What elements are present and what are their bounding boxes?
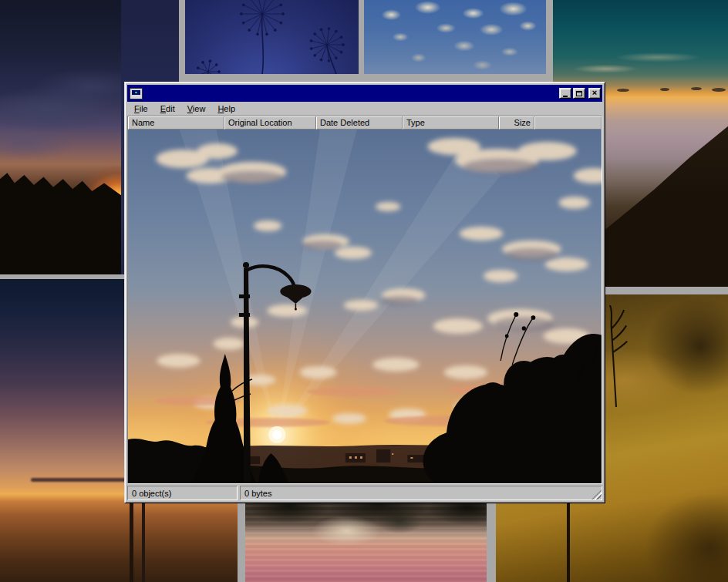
menu-file[interactable]: File — [128, 103, 154, 116]
treeline-silhouette — [0, 173, 121, 274]
column-header-blank[interactable] — [534, 116, 602, 130]
column-header-size[interactable]: Size — [499, 116, 534, 130]
column-header-date-deleted[interactable]: Date Deleted — [316, 116, 403, 130]
minimize-icon — [563, 96, 568, 97]
menu-view[interactable]: View — [181, 103, 212, 116]
wallpaper-photo-dried-umbel — [185, 0, 359, 74]
title-bar[interactable]: × — [127, 85, 602, 102]
close-button[interactable]: × — [588, 88, 601, 99]
windblown-tree-silhouette — [604, 305, 630, 407]
menu-help[interactable]: Help — [211, 103, 241, 116]
column-header-name[interactable]: Name — [128, 116, 224, 130]
island-silhouette — [660, 88, 669, 91]
column-header-original-location[interactable]: Original Location — [224, 116, 316, 130]
menu-bar: File Edit View Help — [127, 102, 602, 116]
maximize-button[interactable] — [573, 88, 585, 99]
app-icon[interactable] — [130, 88, 143, 99]
island-silhouette — [691, 87, 702, 90]
wallpaper-photo-speckled-clouds — [364, 0, 546, 74]
pole-silhouette — [567, 503, 570, 582]
app-icon-pixel — [135, 92, 137, 93]
close-icon: × — [592, 89, 597, 97]
file-list-view: Name Original Location Date Deleted Type… — [127, 116, 602, 484]
column-header-row: Name Original Location Date Deleted Type… — [128, 116, 602, 130]
island-silhouette — [617, 89, 629, 92]
status-bar: 0 object(s) 0 bytes — [127, 486, 602, 500]
umbel-plant-silhouette — [185, 0, 359, 74]
status-objects-text: 0 object(s) — [132, 489, 171, 498]
island-silhouette — [712, 88, 726, 92]
status-size-panel: 0 bytes — [240, 486, 602, 500]
wallpaper-photo-sunset-sunburst — [0, 0, 121, 274]
menu-edit[interactable]: Edit — [154, 103, 181, 116]
status-size-text: 0 bytes — [244, 489, 271, 498]
maximize-icon — [576, 91, 582, 96]
water-pole-silhouette — [130, 497, 133, 582]
minimize-button[interactable] — [559, 88, 571, 99]
water-pole-silhouette — [142, 500, 145, 582]
sunset-street-lamp-photo — [128, 130, 602, 483]
wallpaper-photo-shore-reflection — [245, 500, 487, 582]
status-objects-panel: 0 object(s) — [127, 486, 238, 500]
column-header-type[interactable]: Type — [403, 116, 499, 130]
recycle-bin-window: × File Edit View Help Name Original Loca… — [124, 82, 605, 503]
folder-content-area[interactable] — [128, 130, 602, 483]
